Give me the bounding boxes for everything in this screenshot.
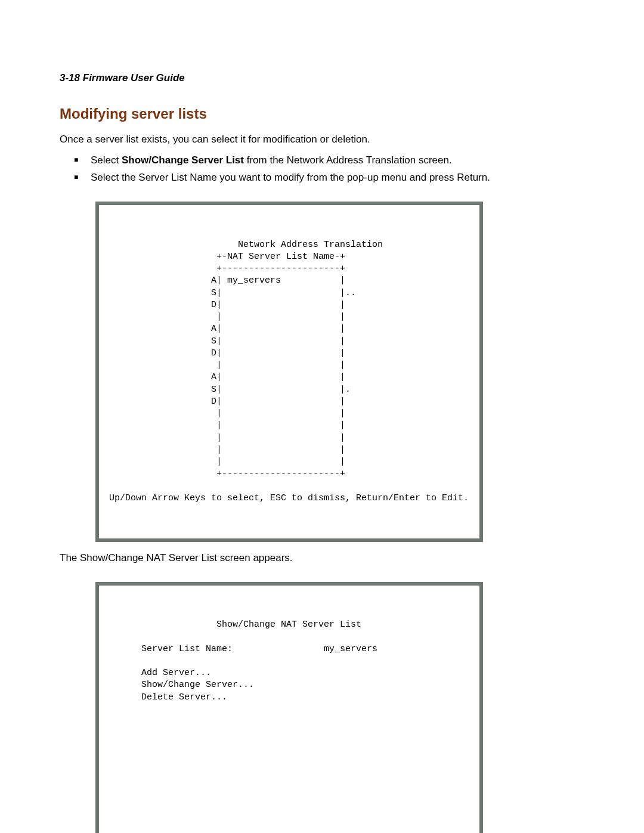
terminal-screen-nat-popup: Network Address Translation +-NAT Server… [95, 202, 483, 542]
section-heading: Modifying server lists [60, 104, 584, 123]
bullet-prefix: Select [91, 154, 122, 166]
bullet-suffix: from the Network Address Translation scr… [244, 154, 452, 166]
terminal-content: Show/Change NAT Server List Server List … [99, 619, 479, 833]
bullet-bold: Show/Change Server List [122, 154, 244, 166]
intro-paragraph: Once a server list exists, you can selec… [60, 133, 584, 147]
bullet-prefix: Select the Server List Name you want to … [91, 172, 490, 183]
running-header: 3-18 Firmware User Guide [60, 72, 584, 85]
bullet-item: Select the Server List Name you want to … [74, 171, 584, 185]
terminal-content: Network Address Translation +-NAT Server… [99, 239, 479, 505]
between-paragraph: The Show/Change NAT Server List screen a… [60, 552, 584, 565]
bullet-item: Select Show/Change Server List from the … [74, 154, 584, 168]
document-page: 3-18 Firmware User Guide Modifying serve… [0, 0, 644, 833]
terminal-screen-show-change: Show/Change NAT Server List Server List … [95, 582, 483, 833]
bullet-list: Select Show/Change Server List from the … [60, 154, 584, 185]
